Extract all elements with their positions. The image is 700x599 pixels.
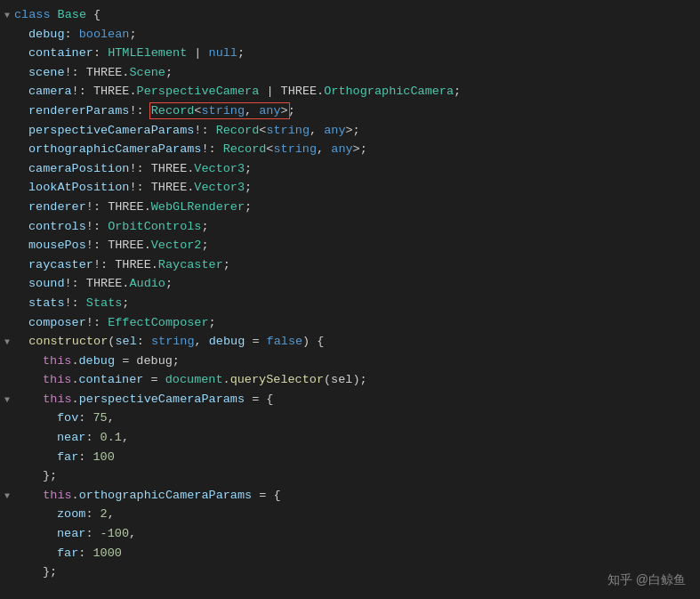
token: THREE bbox=[115, 258, 151, 271]
highlighted-type: Record<string, any> bbox=[151, 104, 288, 117]
code-tokens: }; bbox=[14, 466, 57, 486]
token: ; bbox=[129, 28, 136, 41]
token: . bbox=[144, 239, 151, 252]
token: near bbox=[57, 527, 85, 540]
token: EffectComposer bbox=[108, 316, 208, 329]
token: : bbox=[78, 450, 93, 464]
token: ; bbox=[245, 181, 252, 194]
token: ; bbox=[245, 200, 252, 214]
token: . bbox=[151, 258, 158, 271]
token: stats bbox=[28, 296, 65, 310]
code-tokens: cameraPosition!: THREE.Vector3; bbox=[14, 159, 252, 179]
token: ) { bbox=[302, 335, 324, 348]
code-line: class Base { bbox=[0, 5, 700, 25]
token: mousePos bbox=[28, 239, 86, 252]
code-tokens: near: 0.1, bbox=[14, 428, 129, 448]
fold-arrow[interactable] bbox=[0, 9, 14, 23]
token: zoom bbox=[57, 507, 85, 521]
token: this bbox=[28, 489, 72, 502]
token: string bbox=[266, 124, 310, 137]
code-tokens: this.debug = debug; bbox=[14, 352, 180, 371]
token: any bbox=[331, 142, 352, 156]
token: Raycaster bbox=[158, 258, 223, 271]
code-tokens: sound!: THREE.Audio; bbox=[14, 274, 173, 294]
token: OrbitControls bbox=[108, 220, 201, 233]
token: this bbox=[43, 373, 71, 386]
token: THREE bbox=[108, 200, 144, 214]
code-tokens: far: 1000 bbox=[14, 544, 122, 563]
token: OrthographicCamera bbox=[324, 85, 454, 98]
token: constructor bbox=[14, 335, 108, 348]
code-tokens: controls!: OrbitControls; bbox=[14, 217, 209, 237]
token: Record bbox=[216, 124, 260, 137]
code-tokens: this.orthographicCameraParams = { bbox=[14, 486, 281, 506]
code-tokens: renderer!: THREE.WebGLRenderer; bbox=[14, 198, 252, 217]
token: ; bbox=[209, 316, 216, 329]
code-line: scene!: THREE.Scene; bbox=[0, 63, 700, 83]
token: ; bbox=[223, 258, 230, 271]
fold-arrow[interactable] bbox=[0, 336, 14, 350]
token: . bbox=[72, 393, 79, 406]
token: | bbox=[259, 85, 280, 98]
token: ; bbox=[165, 277, 173, 290]
code-line: sound!: THREE.Audio; bbox=[0, 274, 700, 294]
code-line: this.container = document.querySelector(… bbox=[0, 370, 700, 390]
code-line: cameraPosition!: THREE.Vector3; bbox=[0, 159, 700, 179]
token: = { bbox=[245, 393, 273, 406]
code-tokens: debug: boolean; bbox=[14, 25, 137, 45]
token: : bbox=[137, 335, 151, 348]
token: false bbox=[267, 335, 303, 348]
token: debug bbox=[79, 354, 116, 368]
token: ; bbox=[237, 46, 245, 60]
watermark: 知乎 @白鲸鱼 bbox=[607, 572, 686, 588]
code-line: container: HTMLElement | null; bbox=[0, 44, 700, 63]
token: ; bbox=[201, 239, 208, 252]
token: }; bbox=[43, 469, 57, 482]
token: . bbox=[72, 489, 79, 502]
token: ; bbox=[454, 85, 461, 98]
token: : bbox=[78, 411, 93, 425]
token: > bbox=[281, 104, 288, 117]
token: !: bbox=[72, 85, 93, 98]
token: fov bbox=[57, 411, 78, 425]
token: renderer bbox=[28, 200, 86, 214]
token: . bbox=[223, 373, 230, 386]
fold-arrow[interactable] bbox=[0, 393, 14, 408]
code-tokens: fov: 75, bbox=[14, 409, 115, 428]
token: !: bbox=[65, 277, 86, 290]
token: null bbox=[209, 46, 237, 60]
token: : bbox=[85, 507, 100, 521]
token: !: bbox=[93, 258, 115, 271]
token: : bbox=[78, 546, 93, 560]
code-line: zoom: 2, bbox=[0, 505, 700, 524]
token: debug bbox=[209, 335, 245, 348]
token: THREE bbox=[281, 85, 318, 98]
token: !: bbox=[86, 239, 108, 252]
token: Record bbox=[223, 142, 267, 156]
code-line: }; bbox=[0, 466, 700, 486]
token: sound bbox=[28, 277, 65, 290]
token: = bbox=[245, 335, 266, 348]
token: document bbox=[165, 373, 223, 386]
code-line: perspectiveCameraParams!: Record<string,… bbox=[0, 121, 700, 141]
token: Audio bbox=[129, 277, 165, 290]
fold-arrow[interactable] bbox=[0, 490, 14, 504]
token: PerspectiveCamera bbox=[137, 85, 260, 98]
code-line: camera!: THREE.PerspectiveCamera | THREE… bbox=[0, 82, 700, 101]
token: near bbox=[57, 431, 85, 444]
token: , bbox=[122, 431, 129, 444]
token: rendererParams bbox=[28, 104, 129, 117]
token: !: bbox=[86, 200, 108, 214]
code-tokens: mousePos!: THREE.Vector2; bbox=[14, 236, 209, 255]
token: }; bbox=[43, 565, 57, 579]
code-tokens: zoom: 2, bbox=[14, 505, 115, 524]
code-line: near: -100, bbox=[0, 524, 700, 544]
code-tokens: composer!: EffectComposer; bbox=[14, 313, 216, 333]
token: : bbox=[93, 46, 108, 60]
code-line: }; bbox=[0, 563, 700, 582]
token: , bbox=[129, 527, 136, 540]
token: !: bbox=[129, 104, 150, 117]
token: Vector3 bbox=[194, 181, 245, 194]
token: camera bbox=[28, 85, 72, 98]
code-tokens: this.perspectiveCameraParams = { bbox=[14, 390, 273, 409]
